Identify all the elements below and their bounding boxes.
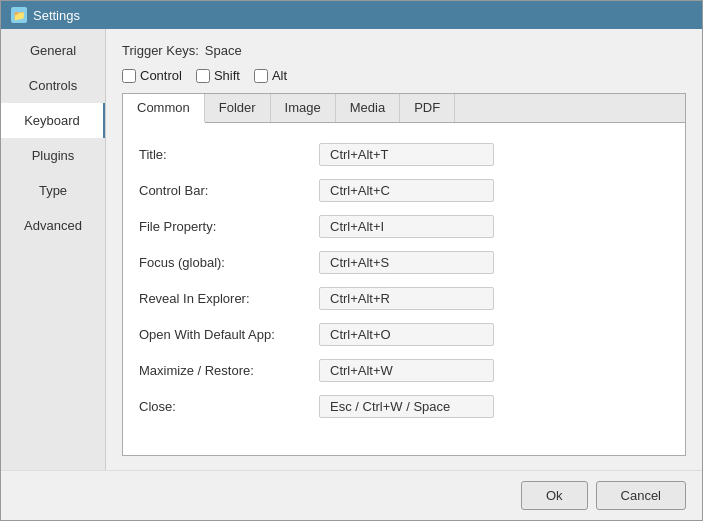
shortcut-row: Control Bar:Ctrl+Alt+C [139, 173, 669, 209]
tab-common[interactable]: Common [123, 94, 205, 123]
ok-button[interactable]: Ok [521, 481, 588, 510]
app-icon: 📁 [11, 7, 27, 23]
shortcut-label: Focus (global): [139, 255, 319, 270]
shortcut-label: Title: [139, 147, 319, 162]
alt-checkbox-label[interactable]: Alt [254, 68, 287, 83]
control-checkbox[interactable] [122, 69, 136, 83]
shortcut-value: Esc / Ctrl+W / Space [319, 395, 494, 418]
sidebar-item-advanced[interactable]: Advanced [1, 208, 105, 243]
control-label: Control [140, 68, 182, 83]
shortcut-value: Ctrl+Alt+W [319, 359, 494, 382]
control-checkbox-label[interactable]: Control [122, 68, 182, 83]
tab-panel: CommonFolderImageMediaPDF Title:Ctrl+Alt… [122, 93, 686, 456]
sidebar: GeneralControlsKeyboardPluginsTypeAdvanc… [1, 29, 106, 470]
sidebar-item-type[interactable]: Type [1, 173, 105, 208]
shortcut-label: Maximize / Restore: [139, 363, 319, 378]
shortcut-label: Reveal In Explorer: [139, 291, 319, 306]
titlebar-title: Settings [33, 8, 80, 23]
tabs-bar: CommonFolderImageMediaPDF [123, 94, 685, 123]
alt-checkbox[interactable] [254, 69, 268, 83]
shortcut-label: Open With Default App: [139, 327, 319, 342]
tab-content: Title:Ctrl+Alt+TControl Bar:Ctrl+Alt+CFi… [123, 123, 685, 455]
alt-label: Alt [272, 68, 287, 83]
shortcut-row: Close:Esc / Ctrl+W / Space [139, 389, 669, 425]
sidebar-item-general[interactable]: General [1, 33, 105, 68]
trigger-keys-value: Space [205, 43, 242, 58]
settings-window: 📁 Settings GeneralControlsKeyboardPlugin… [0, 0, 703, 521]
tab-pdf[interactable]: PDF [400, 94, 455, 122]
cancel-button[interactable]: Cancel [596, 481, 686, 510]
shift-checkbox[interactable] [196, 69, 210, 83]
shortcut-value: Ctrl+Alt+C [319, 179, 494, 202]
shift-checkbox-label[interactable]: Shift [196, 68, 240, 83]
shortcut-label: Control Bar: [139, 183, 319, 198]
shortcut-row: Focus (global):Ctrl+Alt+S [139, 245, 669, 281]
tab-folder[interactable]: Folder [205, 94, 271, 122]
main-panel: Trigger Keys: Space Control Shift Alt [106, 29, 702, 470]
shift-label: Shift [214, 68, 240, 83]
content-area: GeneralControlsKeyboardPluginsTypeAdvanc… [1, 29, 702, 470]
shortcut-row: Maximize / Restore:Ctrl+Alt+W [139, 353, 669, 389]
shortcut-label: File Property: [139, 219, 319, 234]
shortcut-value: Ctrl+Alt+S [319, 251, 494, 274]
shortcut-row: Reveal In Explorer:Ctrl+Alt+R [139, 281, 669, 317]
shortcut-value: Ctrl+Alt+I [319, 215, 494, 238]
shortcut-value: Ctrl+Alt+T [319, 143, 494, 166]
shortcut-label: Close: [139, 399, 319, 414]
trigger-keys-label: Trigger Keys: [122, 43, 199, 58]
titlebar: 📁 Settings [1, 1, 702, 29]
sidebar-item-controls[interactable]: Controls [1, 68, 105, 103]
sidebar-item-plugins[interactable]: Plugins [1, 138, 105, 173]
tab-media[interactable]: Media [336, 94, 400, 122]
sidebar-item-keyboard[interactable]: Keyboard [1, 103, 105, 138]
modifier-checkboxes: Control Shift Alt [122, 68, 686, 83]
shortcut-row: Title:Ctrl+Alt+T [139, 137, 669, 173]
tab-image[interactable]: Image [271, 94, 336, 122]
footer: Ok Cancel [1, 470, 702, 520]
shortcut-row: Open With Default App:Ctrl+Alt+O [139, 317, 669, 353]
shortcut-row: File Property:Ctrl+Alt+I [139, 209, 669, 245]
shortcut-value: Ctrl+Alt+R [319, 287, 494, 310]
trigger-row: Trigger Keys: Space [122, 43, 686, 58]
shortcut-value: Ctrl+Alt+O [319, 323, 494, 346]
